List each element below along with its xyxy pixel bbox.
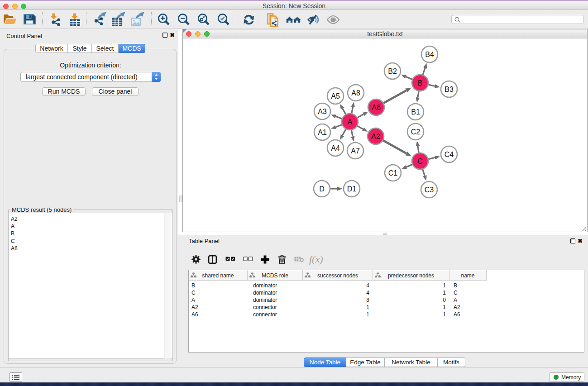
svg-text:C: C xyxy=(417,157,423,165)
svg-text:A6: A6 xyxy=(372,104,381,111)
svg-text:f(x): f(x) xyxy=(309,253,323,265)
svg-text:C3: C3 xyxy=(425,186,434,194)
svg-text:C1: C1 xyxy=(388,169,398,177)
svg-text:B: B xyxy=(418,79,423,87)
svg-text:A7: A7 xyxy=(351,147,360,155)
svg-text:A4: A4 xyxy=(331,144,340,152)
svg-text:A3: A3 xyxy=(318,108,327,115)
svg-text:B3: B3 xyxy=(445,86,454,93)
svg-text:D1: D1 xyxy=(347,185,357,193)
svg-text:D: D xyxy=(319,185,325,193)
svg-text:B4: B4 xyxy=(425,51,434,58)
svg-text:C4: C4 xyxy=(445,151,454,158)
svg-text:C2: C2 xyxy=(411,128,421,136)
svg-text:B1: B1 xyxy=(411,108,420,116)
svg-text:A1: A1 xyxy=(318,129,327,136)
svg-text:A8: A8 xyxy=(351,89,360,97)
svg-text:A2: A2 xyxy=(371,133,380,140)
svg-text:B2: B2 xyxy=(388,67,397,75)
svg-text:A: A xyxy=(348,118,353,126)
svg-text:A5: A5 xyxy=(331,92,340,100)
